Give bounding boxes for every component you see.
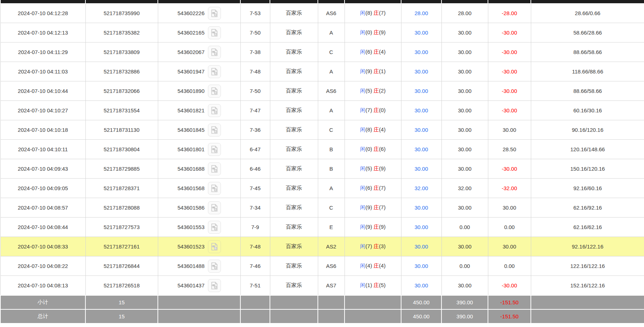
round-number: 7-9: [251, 224, 259, 230]
video-file-icon: [210, 262, 219, 270]
game-type: 百家乐: [286, 88, 302, 94]
banker-label: 庄: [374, 224, 379, 230]
video-replay-button[interactable]: [208, 221, 221, 234]
round-number: 7-34: [250, 205, 261, 211]
bet-amount-cell: 30.00: [401, 218, 441, 237]
valid-amount: 30.00: [458, 107, 472, 113]
subtotal-row: 小计 15 450.00 390.00 -151.50: [0, 295, 644, 309]
video-replay-button[interactable]: [208, 85, 221, 98]
bet-amount: 30.00: [414, 68, 428, 75]
banker-score: (9): [379, 224, 386, 230]
balance: 90.16/120.16: [572, 127, 604, 133]
banker-score: (7): [379, 185, 386, 191]
video-replay-button[interactable]: [208, 162, 221, 175]
bet-record-row[interactable]: 2024-07-10 04:12:28 521718735990 5436022…: [0, 4, 644, 23]
video-replay-button[interactable]: [208, 279, 221, 292]
player-score: (7): [365, 243, 372, 249]
balance: 88.66/58.66: [573, 49, 602, 55]
valid-amount-cell: 0.00: [441, 218, 488, 237]
bet-record-row[interactable]: 2024-07-10 04:08:57 521718728088 5436015…: [0, 198, 644, 218]
player-label: 闲: [360, 49, 365, 55]
bet-record-row[interactable]: 2024-07-10 04:08:33 521718727161 5436015…: [0, 237, 644, 256]
bet-record-row[interactable]: 2024-07-10 04:08:22 521718726844 5436014…: [0, 256, 644, 276]
valid-amount-cell: 30.00: [441, 81, 488, 101]
game-type: 百家乐: [286, 165, 302, 171]
bet-record-row[interactable]: 2024-07-10 04:10:27 521718731554 5436018…: [0, 101, 644, 120]
video-replay-button[interactable]: [208, 46, 221, 59]
valid-amount-cell: 30.00: [441, 140, 488, 159]
round-number: 6-46: [250, 166, 261, 172]
bet-record-row[interactable]: 2024-07-10 04:09:43 521718729885 5436016…: [0, 159, 644, 179]
bet-record-row[interactable]: 2024-07-10 04:11:29 521718733809 5436020…: [0, 42, 644, 62]
video-replay-button[interactable]: [208, 65, 221, 78]
bet-id-cell: 521718732066: [85, 81, 158, 101]
header-sliver-cell: [488, 0, 531, 4]
banker-score: (4): [379, 49, 386, 55]
game-id: 543601947: [177, 68, 204, 75]
table-code-cell: AS6: [318, 256, 345, 276]
game-id-cell: 543602067: [158, 42, 240, 62]
round-number: 7-38: [250, 49, 261, 55]
game-type: 百家乐: [286, 126, 302, 133]
bet-amount: 28.00: [414, 10, 428, 16]
banker-label: 庄: [374, 29, 379, 35]
game-type: 百家乐: [286, 204, 302, 210]
video-replay-button[interactable]: [208, 201, 221, 214]
round-cell: 7-53: [240, 4, 270, 23]
result-cell: 闲(9) 庄(7): [345, 198, 401, 218]
balance: 60.16/30.16: [573, 107, 602, 113]
video-replay-button[interactable]: [208, 104, 221, 117]
winloss-cell: -30.00: [488, 159, 531, 179]
video-file-icon: [210, 28, 219, 37]
banker-label: 庄: [374, 243, 379, 249]
banker-score: (7): [379, 10, 386, 16]
bet-record-row[interactable]: 2024-07-10 04:08:13 521718726518 5436014…: [0, 276, 644, 296]
bet-records-table: 2024-07-10 04:12:28 521718735990 5436022…: [0, 0, 644, 324]
game-type-cell: 百家乐: [270, 81, 318, 101]
video-file-icon: [210, 165, 219, 173]
bet-time: 2024-07-10 04:10:44: [18, 88, 68, 94]
game-type-cell: 百家乐: [270, 256, 318, 276]
player-score: (9): [365, 68, 372, 74]
result-cell: 闲(8) 庄(4): [345, 120, 401, 140]
bet-record-row[interactable]: 2024-07-10 04:09:05 521718728371 5436015…: [0, 179, 644, 198]
game-id: 543601523: [177, 243, 204, 250]
bet-amount: 30.00: [414, 166, 428, 172]
bet-record-row[interactable]: 2024-07-10 04:12:13 521718735382 5436021…: [0, 23, 644, 42]
bet-record-row[interactable]: 2024-07-10 04:10:18 521718731130 5436018…: [0, 120, 644, 140]
game-id: 543602226: [177, 10, 204, 16]
bet-record-row[interactable]: 2024-07-10 04:08:44 521718727573 5436015…: [0, 218, 644, 237]
game-type: 百家乐: [286, 282, 302, 288]
video-replay-button[interactable]: [208, 240, 221, 253]
video-replay-button[interactable]: [208, 26, 221, 39]
bet-record-row[interactable]: 2024-07-10 04:10:44 521718732066 5436018…: [0, 81, 644, 101]
winloss-amount: 30.00: [503, 127, 516, 133]
bet-record-row[interactable]: 2024-07-10 04:11:03 521718732886 5436019…: [0, 62, 644, 81]
bet-amount: 30.00: [414, 107, 428, 113]
bet-amount-cell: 30.00: [401, 256, 441, 276]
video-file-icon: [210, 67, 219, 76]
banker-label: 庄: [374, 126, 379, 133]
video-replay-button[interactable]: [208, 182, 221, 195]
game-id: 543601801: [177, 146, 204, 152]
player-label: 闲: [360, 165, 365, 171]
player-score: (8): [365, 126, 372, 133]
bet-record-row[interactable]: 2024-07-10 04:10:11 521718730804 5436018…: [0, 140, 644, 159]
winloss-cell: 0.00: [488, 256, 531, 276]
video-replay-button[interactable]: [208, 260, 221, 273]
video-file-icon: [210, 106, 219, 115]
result-cell: 闲(7) 庄(0): [345, 101, 401, 120]
banker-label: 庄: [374, 185, 379, 191]
bet-amount-cell: 30.00: [401, 42, 441, 62]
video-replay-button[interactable]: [208, 7, 221, 20]
video-replay-button[interactable]: [208, 143, 221, 156]
valid-amount: 0.00: [459, 224, 470, 230]
result-cell: 闲(9) 庄(9): [345, 218, 401, 237]
valid-amount: 30.00: [458, 205, 472, 211]
table-code: C: [329, 205, 333, 211]
winloss-amount: 0.00: [504, 263, 515, 269]
valid-amount-cell: 30.00: [441, 120, 488, 140]
banker-label: 庄: [374, 146, 379, 152]
video-replay-button[interactable]: [208, 124, 221, 136]
round-number: 7-48: [250, 68, 261, 75]
